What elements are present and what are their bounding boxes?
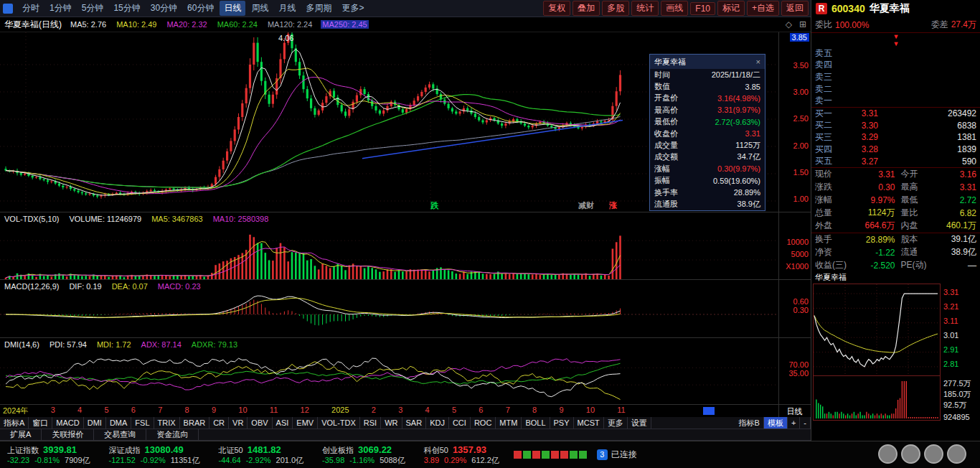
indicator-tab-right[interactable]: 指标B — [735, 417, 764, 429]
indicator-tab[interactable]: FSL — [131, 417, 154, 429]
quote-header[interactable]: R 600340 华夏幸福 — [811, 0, 980, 17]
indicator-tab[interactable]: KDJ — [426, 417, 449, 429]
period-menu-item[interactable]: 更多> — [337, 1, 368, 16]
index-name: 北证50 — [219, 446, 243, 454]
index-value: 1481.82 — [248, 444, 281, 455]
indicator-tab[interactable]: WR — [381, 417, 402, 429]
index-quote-cell[interactable]: 北证501481.82 -44.64 -2.92% 201.0亿 — [219, 444, 304, 466]
indicator-tab[interactable]: 窗口 — [29, 417, 52, 429]
indicator-tab[interactable]: DMA — [106, 417, 131, 429]
macd-scale-label: 0.30 — [793, 306, 809, 314]
indicator-tab[interactable]: MCST — [574, 417, 604, 429]
sell-level-row[interactable]: 卖三 — [811, 71, 980, 83]
tooltip-row: 流通股 38.9亿 — [650, 198, 765, 210]
time-scrollbar-thumb[interactable] — [703, 407, 715, 415]
indicator-tab[interactable]: CCI — [449, 417, 471, 429]
index-quote-cell[interactable]: 科创501357.93 3.89 0.29% 612.2亿 — [424, 444, 499, 466]
indicator-tab[interactable]: MACD — [52, 417, 83, 429]
buy-level-row[interactable]: 买二 3.30 6838 — [811, 120, 980, 132]
indicator-tab[interactable]: SAR — [402, 417, 427, 429]
indicator-tab[interactable]: TRIX — [154, 417, 180, 429]
tool-button[interactable]: 叠加 — [573, 1, 600, 16]
function-tab[interactable]: 交易查询 — [94, 429, 146, 440]
indicator-tab[interactable]: ROC — [471, 417, 496, 429]
index-quote-cell[interactable]: 上证指数3939.81 -32.23 -0.81% 7909亿 — [7, 444, 90, 466]
indicator-tab[interactable]: MTM — [496, 417, 522, 429]
quote-label: 涨幅 — [815, 194, 854, 206]
period-menu-item[interactable]: 周线 — [247, 1, 273, 16]
period-menu-item[interactable]: 分时 — [18, 1, 44, 16]
buy-level-row[interactable]: 买三 3.29 1381 — [811, 131, 980, 144]
indicator-tab[interactable]: ASI — [273, 417, 293, 429]
indicator-tab-right[interactable]: 模板 — [764, 417, 788, 429]
period-menu-item[interactable]: 60分钟 — [183, 1, 218, 16]
indicator-tab[interactable]: VOL-TDX — [318, 417, 360, 429]
connection-status[interactable]: 3 已连接 — [597, 449, 637, 461]
floating-toolbar-icon[interactable] — [924, 444, 943, 464]
volume-chart[interactable] — [0, 225, 778, 279]
period-menu-item[interactable]: 1分钟 — [45, 1, 76, 16]
intraday-mini-chart-panel[interactable]: 3.313.213.113.012.912.81 277.5万185.0万92.… — [811, 284, 980, 424]
sell-level-row[interactable]: 卖一 — [811, 95, 980, 107]
indicator-tab[interactable]: BOLL — [522, 417, 550, 429]
period-menu-item[interactable]: 多周期 — [301, 1, 336, 16]
indicator-tab[interactable]: VR — [229, 417, 248, 429]
sell-level-label: 卖二 — [815, 83, 841, 95]
floating-toolbar-icon[interactable] — [947, 444, 966, 464]
period-menu-item[interactable]: 日线 — [220, 1, 245, 16]
buy-level-row[interactable]: 买一 3.31 263492 — [811, 108, 980, 120]
index-quote-cell[interactable]: 创业板指3069.22 -35.98 -1.16% 5088亿 — [322, 444, 405, 466]
indicator-tab[interactable]: RSI — [360, 417, 381, 429]
tool-button[interactable]: +自选 — [747, 1, 779, 16]
function-tab[interactable]: 扩展A — [0, 429, 42, 440]
dmi-chart[interactable] — [0, 350, 778, 405]
app-icon[interactable] — [3, 4, 13, 14]
indicator-tab[interactable]: DMI — [84, 417, 106, 429]
intraday-mini-chart[interactable] — [813, 284, 941, 421]
buy-level-row[interactable]: 买四 3.28 1839 — [811, 144, 980, 156]
index-quote-cell[interactable]: 深证成指13080.49 -121.52 -0.92% 11351亿 — [109, 444, 200, 466]
indicator-tab[interactable]: PSY — [550, 417, 574, 429]
tool-button[interactable]: 返回 — [781, 1, 809, 16]
close-icon[interactable]: × — [756, 57, 760, 66]
tooltip-rows: 时间 2025/11/18/二 数值 3.85 开盘价 3.16(4.98%) … — [650, 69, 765, 210]
indicator-tab-bar: 指标A窗口MACDDMIDMAFSLTRIXBRARCRVROBVASIEMVV… — [0, 417, 811, 429]
tooltip-titlebar: 华夏幸福 × — [650, 55, 765, 69]
indicator-tab[interactable]: 设置 — [628, 417, 651, 429]
tool-button[interactable]: 画线 — [661, 1, 688, 16]
panel-layout-icon[interactable]: ⊞ — [799, 19, 806, 29]
indicator-tab[interactable]: 指标A — [0, 417, 29, 429]
sell-level-row[interactable]: 卖四 — [811, 60, 980, 72]
indicator-tab-right[interactable]: + — [788, 417, 800, 429]
chart-marker: 减财 — [578, 200, 594, 211]
period-menu-item[interactable]: 15分钟 — [109, 1, 144, 16]
tool-button[interactable]: F10 — [690, 2, 715, 15]
quote-label: 现价 — [815, 168, 854, 180]
sell-level-row[interactable]: 卖五 — [811, 47, 980, 60]
period-menu-item[interactable]: 5分钟 — [77, 1, 108, 16]
sell-level-row[interactable]: 卖二 — [811, 83, 980, 95]
floating-toolbar-icon[interactable] — [878, 444, 897, 464]
function-tab[interactable]: 关联报价 — [42, 429, 94, 440]
buy-level-row[interactable]: 买五 3.27 590 — [811, 155, 980, 167]
diamond-icon[interactable]: ◇ — [786, 19, 792, 29]
macd-chart[interactable] — [0, 292, 778, 337]
floating-toolbar-icon[interactable] — [901, 444, 920, 464]
buy-level-label: 买五 — [815, 155, 841, 167]
tool-button[interactable]: 复权 — [543, 1, 570, 16]
period-menu-item[interactable]: 月线 — [274, 1, 300, 16]
tool-button[interactable]: 统计 — [631, 1, 659, 16]
tool-button[interactable]: 标记 — [717, 1, 745, 16]
indicator-tab[interactable]: CR — [209, 417, 229, 429]
indicator-tab[interactable]: BRAR — [180, 417, 210, 429]
indicator-tab-right[interactable]: - — [800, 417, 811, 429]
period-menu-item[interactable]: 30分钟 — [146, 1, 182, 16]
indicator-tab[interactable]: 更多 — [604, 417, 628, 429]
dmi-header-item: PDI: 57.94 — [50, 340, 87, 349]
function-tab[interactable]: 资金流向 — [146, 429, 199, 440]
heat-block — [523, 451, 531, 459]
tool-button[interactable]: 多股 — [602, 1, 629, 16]
indicator-tab[interactable]: OBV — [248, 417, 272, 429]
index-change: -32.23 — [7, 456, 29, 466]
indicator-tab[interactable]: EMV — [293, 417, 318, 429]
